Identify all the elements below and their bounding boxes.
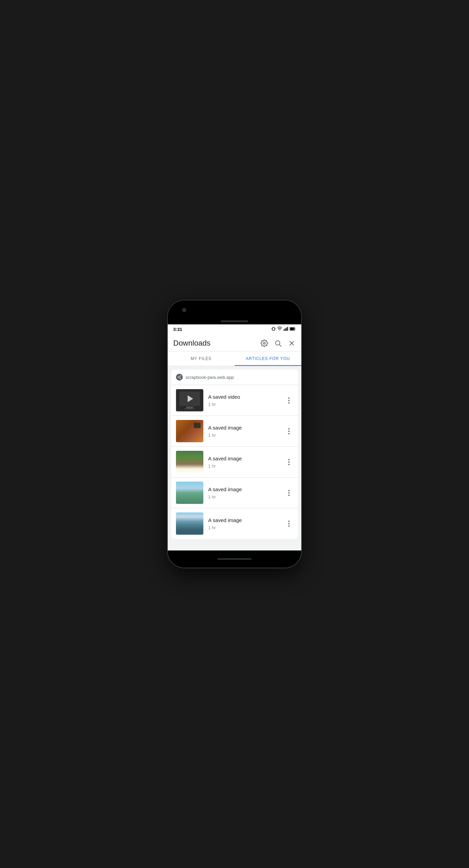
svg-rect-2 bbox=[275, 328, 275, 330]
image-thumb-4 bbox=[176, 512, 203, 535]
search-button[interactable] bbox=[274, 339, 282, 347]
svg-rect-0 bbox=[272, 327, 275, 330]
svg-point-28 bbox=[288, 464, 290, 465]
image-thumbnail bbox=[176, 482, 203, 504]
source-name: scrapbook-pwa.web.app bbox=[186, 375, 234, 380]
search-icon bbox=[274, 339, 282, 347]
list-item[interactable]: A saved image 1 hr bbox=[171, 478, 298, 508]
item-meta: 1 hr bbox=[208, 525, 280, 530]
list-item[interactable]: A saved image 1 hr bbox=[171, 447, 298, 478]
svg-point-30 bbox=[288, 492, 290, 494]
svg-point-27 bbox=[288, 461, 290, 463]
svg-point-15 bbox=[180, 375, 181, 376]
svg-point-26 bbox=[288, 459, 290, 460]
list-item[interactable]: A saved image 1 hr bbox=[171, 416, 298, 447]
svg-rect-1 bbox=[272, 328, 272, 330]
svg-point-25 bbox=[288, 433, 290, 434]
item-more-button[interactable] bbox=[285, 489, 293, 497]
svg-rect-7 bbox=[287, 327, 288, 331]
video-base bbox=[185, 408, 195, 409]
share-icon bbox=[176, 374, 183, 381]
status-bar: 3:31 bbox=[168, 324, 301, 334]
item-info: A saved image 1 hr bbox=[208, 486, 280, 499]
item-info: A saved image 1 hr bbox=[208, 425, 280, 438]
item-info: A saved image 1 hr bbox=[208, 456, 280, 469]
close-button[interactable] bbox=[288, 339, 296, 347]
image-thumbnail bbox=[176, 420, 203, 442]
svg-point-29 bbox=[288, 490, 290, 491]
close-icon bbox=[288, 339, 295, 347]
item-meta: 1 hr bbox=[208, 463, 280, 469]
tab-articles-for-you[interactable]: ARTICLES FOR YOU bbox=[234, 351, 301, 366]
video-play-area bbox=[179, 392, 200, 406]
item-info: A saved video 1 hr bbox=[208, 394, 280, 407]
app-title: Downloads bbox=[173, 339, 211, 348]
svg-point-34 bbox=[288, 525, 290, 527]
app-header: Downloads bbox=[168, 334, 301, 351]
bottom-bezel bbox=[168, 550, 301, 568]
svg-line-18 bbox=[179, 377, 180, 378]
content-area: scrapbook-pwa.web.app A saved video bbox=[168, 366, 301, 550]
svg-point-24 bbox=[288, 431, 290, 432]
item-title: A saved image bbox=[208, 517, 280, 523]
svg-rect-6 bbox=[286, 327, 287, 331]
svg-point-23 bbox=[288, 428, 290, 430]
item-title: A saved video bbox=[208, 394, 280, 400]
phone-screen: 3:31 bbox=[168, 300, 301, 568]
svg-point-20 bbox=[288, 397, 290, 399]
item-title: A saved image bbox=[208, 425, 280, 431]
item-meta: 1 hr bbox=[208, 402, 280, 407]
item-title: A saved image bbox=[208, 456, 280, 461]
image-thumbnail bbox=[176, 451, 203, 473]
settings-button[interactable] bbox=[260, 339, 268, 347]
image-thumb-1 bbox=[176, 420, 203, 442]
signal-icon bbox=[283, 326, 288, 332]
gear-icon bbox=[261, 339, 268, 347]
svg-point-31 bbox=[288, 495, 290, 496]
vibrate-icon bbox=[271, 326, 276, 332]
speaker bbox=[221, 320, 248, 322]
svg-point-16 bbox=[178, 377, 179, 378]
svg-point-17 bbox=[180, 378, 181, 379]
svg-point-33 bbox=[288, 523, 290, 524]
svg-point-32 bbox=[288, 521, 290, 522]
item-meta: 1 hr bbox=[208, 433, 280, 438]
svg-point-3 bbox=[279, 330, 280, 331]
source-card: scrapbook-pwa.web.app A saved video bbox=[171, 370, 298, 539]
image-thumb-3 bbox=[176, 482, 203, 504]
svg-rect-9 bbox=[290, 327, 294, 330]
play-icon bbox=[188, 395, 193, 402]
status-time: 3:31 bbox=[173, 327, 182, 332]
wifi-icon bbox=[277, 326, 282, 332]
svg-line-19 bbox=[179, 376, 180, 377]
list-item[interactable]: A saved image 1 hr bbox=[171, 508, 298, 539]
status-icons bbox=[271, 326, 296, 332]
camera bbox=[182, 308, 186, 312]
item-title: A saved image bbox=[208, 486, 280, 492]
item-more-button[interactable] bbox=[285, 427, 293, 435]
list-item[interactable]: A saved video 1 hr bbox=[171, 385, 298, 416]
video-thumbnail bbox=[176, 389, 203, 411]
svg-point-22 bbox=[288, 402, 290, 404]
top-bezel bbox=[168, 300, 301, 324]
svg-point-21 bbox=[288, 400, 290, 401]
home-indicator bbox=[217, 558, 252, 560]
source-header: scrapbook-pwa.web.app bbox=[171, 370, 298, 385]
svg-point-10 bbox=[263, 342, 265, 344]
image-thumb-2 bbox=[176, 451, 203, 473]
svg-rect-4 bbox=[284, 329, 284, 331]
image-thumbnail bbox=[176, 512, 203, 535]
svg-line-12 bbox=[279, 345, 281, 346]
item-meta: 1 hr bbox=[208, 494, 280, 499]
item-more-button[interactable] bbox=[285, 396, 293, 405]
tab-my-files[interactable]: MY FILES bbox=[168, 351, 234, 366]
item-info: A saved image 1 hr bbox=[208, 517, 280, 530]
item-more-button[interactable] bbox=[285, 458, 293, 466]
phone-device: 3:31 bbox=[168, 300, 301, 568]
battery-icon bbox=[290, 327, 296, 332]
svg-rect-5 bbox=[285, 328, 286, 331]
header-actions bbox=[260, 339, 296, 347]
video-stand bbox=[186, 407, 193, 408]
app-content: Downloads bbox=[168, 334, 301, 550]
item-more-button[interactable] bbox=[285, 520, 293, 528]
